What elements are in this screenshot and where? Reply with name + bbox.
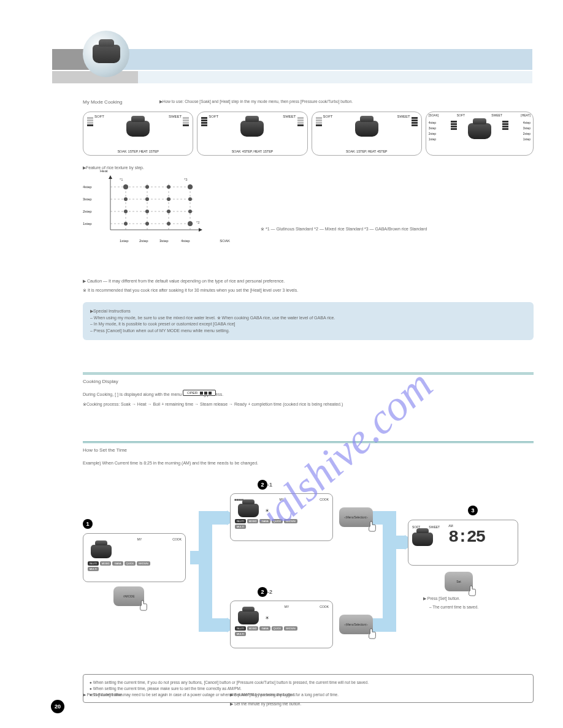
- svg-point-25: [145, 222, 149, 226]
- menu-selection-button-2[interactable]: ◁Menu/Selection▷: [339, 615, 373, 634]
- menu-pill: GLUTI: [235, 519, 246, 523]
- graph-xlabel: SOAK: [220, 239, 230, 243]
- xtick: 1step: [120, 239, 129, 243]
- rule-1: [83, 373, 534, 374]
- bars-left: [201, 117, 207, 126]
- lbl-my: MY: [137, 537, 142, 541]
- svg-point-27: [188, 221, 193, 226]
- menu-pill: GABA: [112, 561, 123, 566]
- menu-pill: QUICK: [124, 561, 136, 566]
- bars-left: [87, 117, 93, 126]
- card-caption: SOAK: 1STEP, HEAT: 1STEP: [83, 150, 193, 153]
- lbl-sweet: SWEET: [429, 525, 440, 529]
- num-circle: 2: [258, 587, 267, 597]
- label-soft: SOFT: [323, 115, 333, 118]
- label-soft: SOFT: [457, 113, 465, 117]
- num-circle: 1: [83, 519, 93, 529]
- ytick: 2step: [83, 210, 92, 213]
- num-circle: 2: [258, 480, 267, 490]
- card-1: SOFTSWEET SOAK: 1STEP, HEAT: 1STEP: [83, 112, 193, 156]
- pt2: *2: [196, 221, 200, 224]
- svg-point-26: [167, 222, 170, 226]
- bnote2: ● When setting the current time, please …: [90, 686, 527, 692]
- svg-marker-1: [109, 175, 112, 179]
- menu-pill: BROWN: [284, 626, 297, 631]
- btn-label: MODE: [126, 594, 135, 598]
- card-4: [SOAK] SOFT SWEET [HEAT] 4step 3step 2st…: [426, 112, 534, 156]
- set-time-title: How to Set the Time: [83, 447, 127, 453]
- graph-svg: [98, 172, 209, 245]
- note-star: ※ It is recommended that you cook rice a…: [83, 288, 298, 293]
- flow-diagram: 1 MYCOOK GLUTIMIXEDGABAQUICKBROWN MULTI …: [83, 493, 534, 689]
- menu-pill: QUICK: [272, 519, 283, 523]
- menu-pill: MIXED: [247, 626, 259, 631]
- xtick: 3step: [159, 239, 169, 243]
- step3-note: – The current time is saved.: [429, 605, 478, 609]
- menu-pill: QUICK: [272, 626, 283, 631]
- header-bar2-light: [138, 71, 532, 83]
- mode-button[interactable]: ⟳MODE: [113, 586, 144, 606]
- xtick: 2step: [139, 239, 148, 243]
- svg-point-15: [188, 184, 193, 189]
- set-button[interactable]: Set: [445, 572, 473, 591]
- finger-icon: [467, 585, 478, 596]
- lbl-my: MY: [279, 498, 284, 501]
- menu-pill: MIXED: [247, 519, 259, 523]
- menu-pill: GLUTI: [88, 561, 99, 566]
- menu-pill: GLUTI: [235, 626, 246, 631]
- pot-icon: [238, 504, 259, 517]
- num-circle: 3: [468, 506, 478, 515]
- card-3: SOFTSWEET SOAK: 1STEP, HEAT: 4STEP: [312, 112, 422, 156]
- example-cards-row: SOFTSWEET SOAK: 1STEP, HEAT: 1STEP SOFTS…: [83, 112, 534, 156]
- btn-label: Menu/Selection: [347, 516, 366, 519]
- graph: Heat 4step 3step 2step 1step: [83, 172, 224, 251]
- finger-icon: [138, 600, 149, 611]
- oper-label: OPER.: [187, 391, 199, 395]
- card-caption: SOAK: 1STEP, HEAT: 4STEP: [312, 150, 421, 153]
- label-soft: SOFT: [209, 115, 218, 118]
- lbl-my: MY: [285, 605, 289, 609]
- svg-point-12: [123, 184, 128, 189]
- graph-note: ※ *1 — Glutinous Standard *2 — Mixed ric…: [261, 227, 427, 232]
- menu-pill: GABA: [259, 626, 270, 631]
- heat-header: [HEAT]: [521, 113, 530, 117]
- bars-left: [451, 121, 457, 130]
- pot-icon: [412, 533, 433, 546]
- caution-note: ▶ Caution — It may different from the de…: [83, 279, 285, 284]
- label-sweet: SWEET: [397, 115, 410, 118]
- step-label: 3step: [429, 126, 436, 130]
- ytick: 3step: [83, 197, 92, 201]
- am-icon: ☀: [265, 508, 269, 514]
- oper-indicator: OPER.: [183, 390, 216, 396]
- bars-right: [412, 117, 418, 126]
- menu-pill: BROWN: [137, 561, 150, 566]
- menu-selection-button[interactable]: ◁Menu/Selection▷: [339, 507, 373, 527]
- screen-2-1: ■■■■■MYCOOK ☀ GLUTIMIXEDGABAQUICKBROWN M…: [230, 493, 333, 541]
- bb-line1: ▶Special Instructions: [90, 308, 526, 315]
- finger-icon: [367, 628, 378, 639]
- cooking-process-text: ※Cooking process: Soak → Heat → Boil + r…: [83, 402, 534, 407]
- menu-pill: MIXED: [100, 561, 112, 566]
- product-logo: [83, 31, 129, 77]
- bnote3: ● The current time may need to be set ag…: [90, 692, 527, 698]
- am-icon: ☀: [265, 615, 269, 621]
- rule-2: [83, 441, 534, 443]
- btn-label: Menu/Selection: [347, 623, 366, 626]
- steps-right: 4step 3step 2step 1step: [523, 121, 530, 141]
- step22-number: 2-2: [258, 587, 272, 597]
- step-label: 1step: [523, 137, 530, 141]
- graph-section-title: ▶Feature of rice texture by step.: [83, 165, 144, 170]
- svg-point-18: [167, 197, 170, 201]
- label-sweet: SWEET: [283, 115, 296, 118]
- lbl-cook: COOK: [320, 605, 329, 609]
- pot-icon: [355, 121, 378, 137]
- screen-1: MYCOOK GLUTIMIXEDGABAQUICKBROWN MULTI: [83, 533, 186, 582]
- pot-icon: [240, 121, 264, 137]
- time-display: 8:25: [448, 528, 484, 547]
- bars-left: [316, 117, 322, 126]
- label-sweet: SWEET: [169, 115, 182, 118]
- ytick: 4step: [83, 185, 92, 189]
- special-instructions-box: ▶Special Instructions – When using my mo…: [83, 302, 534, 340]
- svg-point-19: [188, 197, 192, 201]
- pt1: *1: [120, 178, 123, 181]
